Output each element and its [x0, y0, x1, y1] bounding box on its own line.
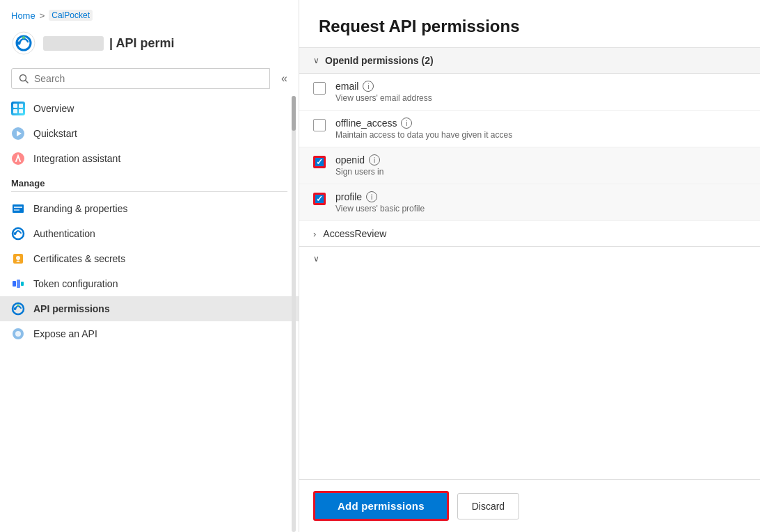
expose-label: Expose an API — [33, 328, 97, 339]
sidebar-item-integration[interactable]: Integration assistant — [0, 146, 299, 171]
profile-info: profile i View users' basic profile — [335, 191, 425, 213]
app-title-suffix: | API permi — [109, 36, 174, 51]
add-permissions-button[interactable]: Add permissions — [313, 491, 449, 521]
search-row: « — [0, 64, 299, 93]
breadcrumb-home[interactable]: Home — [11, 10, 35, 21]
svg-rect-13 — [13, 204, 24, 213]
branding-icon — [11, 202, 25, 216]
sidebar-item-certs[interactable]: Certificates & secrets — [0, 246, 299, 271]
api-icon — [11, 302, 25, 316]
manage-section-label: Manage — [0, 171, 299, 191]
collapsed-chevron: ∨ — [313, 254, 319, 264]
profile-name-row: profile i — [335, 191, 425, 202]
certs-icon — [11, 252, 25, 266]
svg-rect-22 — [21, 282, 24, 286]
svg-rect-20 — [13, 281, 16, 287]
openid-checkmark: ✓ — [316, 158, 323, 166]
openid-name: openid — [335, 154, 365, 166]
manage-divider — [11, 191, 287, 192]
sidebar-item-quickstart[interactable]: Quickstart — [0, 121, 299, 146]
offline-checkbox[interactable] — [313, 119, 326, 131]
email-info: email i View users' email address — [335, 81, 432, 103]
sidebar-item-branding[interactable]: Branding & properties — [0, 196, 299, 221]
email-name: email — [335, 81, 358, 92]
integration-icon — [11, 152, 25, 166]
breadcrumb-separator: > — [40, 10, 45, 21]
app-title: CalPocket | API permi — [43, 36, 174, 51]
sidebar-item-overview[interactable]: Overview — [0, 96, 299, 121]
right-panel: Request API permissions ∨ OpenId permiss… — [299, 0, 760, 532]
offline-name-row: offline_access i — [335, 118, 512, 129]
svg-point-24 — [14, 307, 17, 310]
token-label: Token configuration — [33, 278, 118, 289]
svg-point-2 — [17, 42, 21, 45]
openid-name-row: openid i — [335, 154, 383, 166]
profile-checkbox[interactable]: ✓ — [313, 193, 326, 205]
svg-point-27 — [15, 331, 21, 337]
email-checkbox[interactable] — [313, 82, 326, 95]
svg-rect-6 — [13, 104, 17, 108]
collapsed-section[interactable]: ∨ — [299, 246, 760, 271]
sidebar-item-token[interactable]: Token configuration — [0, 271, 299, 296]
openid-info-icon[interactable]: i — [369, 154, 380, 166]
email-info-icon[interactable]: i — [363, 81, 374, 92]
app-header: CalPocket | API permi — [0, 25, 299, 64]
quickstart-icon — [11, 127, 25, 140]
auth-label: Authentication — [33, 228, 95, 239]
svg-point-25 — [17, 305, 19, 307]
collapse-button[interactable]: « — [270, 68, 299, 89]
offline-desc: Maintain access to data you have given i… — [335, 130, 512, 140]
app-icon — [11, 31, 36, 56]
quickstart-label: Quickstart — [33, 128, 77, 139]
permission-row-openid: ✓ openid i Sign users in — [299, 147, 760, 184]
profile-name: profile — [335, 191, 362, 202]
expose-icon — [11, 327, 25, 341]
profile-checkmark: ✓ — [316, 195, 323, 203]
certs-label: Certificates & secrets — [33, 253, 125, 264]
svg-rect-14 — [14, 207, 22, 208]
search-icon — [19, 74, 29, 83]
svg-rect-15 — [14, 209, 19, 211]
openid-checkbox[interactable]: ✓ — [313, 156, 326, 168]
search-input[interactable] — [34, 73, 262, 84]
panel-title: Request API permissions — [299, 0, 760, 47]
sidebar-item-auth[interactable]: Authentication — [0, 221, 299, 246]
permission-row-email: email i View users' email address — [299, 74, 760, 111]
offline-info-icon[interactable]: i — [401, 118, 412, 129]
svg-point-3 — [22, 36, 25, 39]
svg-rect-21 — [17, 280, 20, 288]
email-name-row: email i — [335, 81, 432, 92]
profile-info-icon[interactable]: i — [366, 191, 377, 202]
access-review-row[interactable]: › AccessReview — [299, 221, 760, 246]
offline-name: offline_access — [335, 118, 397, 129]
scrollbar-thumb[interactable] — [292, 96, 296, 131]
breadcrumb: Home > CalPocket — [0, 0, 299, 25]
overview-icon — [11, 102, 25, 115]
openid-section-label: OpenId permissions (2) — [325, 55, 434, 66]
breadcrumb-current[interactable]: CalPocket — [49, 10, 93, 21]
bottom-buttons: Add permissions Discard — [299, 479, 760, 532]
svg-rect-8 — [13, 109, 17, 113]
offline-info: offline_access i Maintain access to data… — [335, 118, 512, 140]
api-permissions-label: API permissions — [33, 303, 110, 314]
openid-desc: Sign users in — [335, 167, 383, 177]
branding-label: Branding & properties — [33, 203, 127, 214]
access-review-chevron: › — [313, 229, 316, 239]
discard-button[interactable]: Discard — [457, 493, 519, 519]
openid-section-header[interactable]: ∨ OpenId permissions (2) — [299, 47, 760, 74]
auth-icon — [11, 227, 25, 241]
openid-info: openid i Sign users in — [335, 154, 383, 177]
permissions-list: ∨ OpenId permissions (2) email i View us… — [299, 47, 760, 479]
svg-rect-7 — [19, 104, 23, 108]
sidebar-item-api-permissions[interactable]: API permissions — [0, 296, 299, 321]
overview-label: Overview — [33, 103, 74, 114]
scrollbar-track — [292, 96, 296, 532]
permission-row-offline: offline_access i Maintain access to data… — [299, 111, 760, 147]
left-panel: Home > CalPocket CalPocket | API permi — [0, 0, 299, 532]
permission-row-profile: ✓ profile i View users' basic profile — [299, 184, 760, 221]
sidebar-item-expose[interactable]: Expose an API — [0, 321, 299, 346]
svg-line-5 — [26, 81, 29, 83]
search-bar[interactable] — [11, 68, 270, 89]
app-name-blurred: CalPocket — [43, 36, 104, 51]
svg-point-17 — [14, 232, 17, 235]
